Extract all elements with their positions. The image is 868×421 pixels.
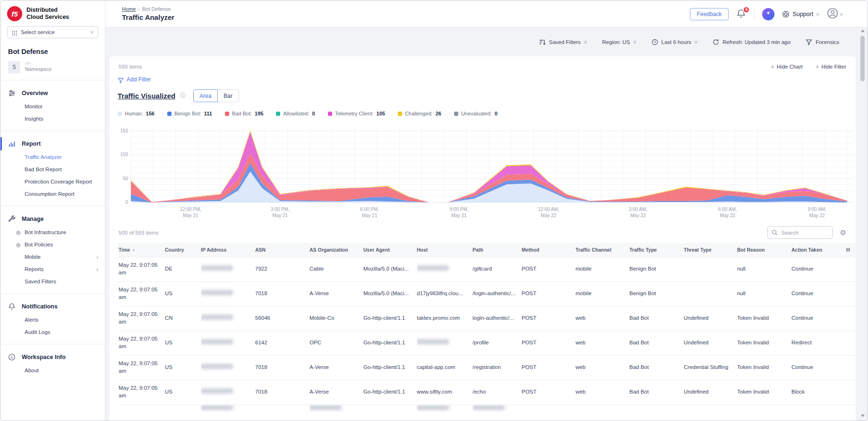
cell-bot-reason: null [737, 281, 791, 306]
brand-logo[interactable]: f5 Distributed Cloud Services [0, 0, 105, 25]
chart-mode-area-button[interactable]: Area [193, 89, 217, 102]
add-filter-button[interactable]: Add Filter [118, 76, 151, 83]
column-header-method[interactable]: Method [522, 243, 576, 257]
toolbar-forensics[interactable]: Forensics [806, 39, 839, 45]
column-header-h[interactable]: H [846, 243, 856, 257]
sidebar-section-overview[interactable]: Overview [0, 86, 105, 100]
target-icon: ◎ [16, 242, 21, 248]
namespace-label: Namespace [25, 66, 52, 72]
toolbar-saved-filters[interactable]: Saved Filters˅ [539, 39, 587, 45]
cell-as-organization: Mobile-Co [309, 306, 363, 331]
scroll-down-arrow-icon[interactable] [861, 414, 865, 417]
sidebar-item-saved-filters[interactable]: Saved Filters [0, 275, 105, 288]
sidebar-item-bad-bot-report[interactable]: Bad Bot Report [0, 163, 105, 175]
sidebar-item-traffic-analyzer[interactable]: Traffic Analyzer [0, 151, 105, 163]
section-label: Overview [22, 90, 48, 96]
sidebar-item-label: Protection Coverage Report [25, 179, 92, 184]
support-menu[interactable]: Support ˅ [782, 10, 819, 18]
info-icon[interactable]: ⓘ [180, 92, 186, 100]
table-row-partial[interactable] [118, 404, 856, 412]
refresh-icon [713, 39, 719, 45]
scrollbar-thumb[interactable] [860, 36, 865, 81]
column-header-user-agent[interactable]: User Agent [363, 243, 417, 257]
sidebar-item-label: Audit Logs [25, 329, 50, 335]
cell-method: POST [522, 306, 576, 331]
table-row[interactable]: May 22, 9:07:05 amCN56046Mobile-CoGo-htt… [118, 306, 856, 331]
table-row[interactable]: May 22, 9:07:05 amUS7018A-VerseMozilla/5… [118, 281, 856, 306]
sidebar-section-report[interactable]: Report [0, 137, 105, 151]
legend-telemetry-client[interactable]: Telemetry Client: 105 [328, 111, 385, 116]
sidebar-item-bot-infrastructure[interactable]: ◎Bot Infrastructure [0, 226, 105, 238]
legend-benign-bot[interactable]: Benign Bot: 111 [167, 111, 212, 116]
namespace-avatar: S [8, 61, 20, 73]
sort-icon[interactable]: ▲▼ [132, 249, 135, 252]
table-row[interactable]: May 22, 9:07:05 amDE7922CableMozilla/5.0… [118, 257, 856, 281]
select-service-dropdown[interactable]: Select service ˅ [7, 26, 98, 38]
column-header-time[interactable]: Time▲▼ [118, 243, 165, 257]
legend-allowlisted[interactable]: Allowlisted: 0 [276, 111, 315, 116]
column-header-country[interactable]: Country [165, 243, 201, 257]
svg-text:0: 0 [125, 200, 128, 205]
legend-bad-bot[interactable]: Bad Bot: 195 [225, 111, 264, 116]
sidebar-item-label: Reports [25, 266, 43, 272]
target-icon: ◎ [16, 229, 21, 236]
toolbar-region-us[interactable]: Region: US˅ [602, 39, 636, 45]
sidebar-section-manage[interactable]: Manage [0, 212, 105, 226]
ai-assistant-button[interactable] [762, 8, 774, 20]
column-header-path[interactable]: Path [473, 243, 522, 257]
cell-traffic-type: Bad Bot [629, 331, 684, 355]
column-header-ip-address[interactable]: IP Address [201, 243, 255, 257]
breadcrumb-home-link[interactable]: Home [122, 6, 136, 12]
column-header-traffic-type[interactable]: Traffic Type [629, 243, 684, 257]
sidebar-section-workspace-info[interactable]: Workspace Info [0, 350, 105, 364]
toolbar-refresh-updated-3-min-ago[interactable]: Refresh: Updated 3 min ago [713, 39, 791, 45]
column-header-bot-reason[interactable]: Bot Reason [737, 243, 791, 257]
cell-as-organization: A-Verse [309, 380, 363, 404]
cell-h [846, 355, 856, 380]
vertical-scrollbar[interactable] [859, 27, 866, 419]
sidebar-item-reports[interactable]: Reports› [0, 263, 105, 275]
table-row[interactable]: May 22, 9:07:05 amUS7018A-VerseGo-http-c… [118, 355, 856, 380]
chart-title[interactable]: Traffic Visualized [118, 92, 175, 100]
feedback-button[interactable]: Feedback [690, 8, 729, 20]
toolbar-last-6-hours[interactable]: Last 6 hours˅ [652, 39, 698, 45]
legend-challenged[interactable]: Challenged: 26 [398, 111, 441, 116]
sidebar-item-bot-policies[interactable]: ◎Bot Policies [0, 238, 105, 251]
account-menu[interactable]: ˅ [827, 8, 843, 21]
sidebar-item-mobile[interactable]: Mobile› [0, 251, 105, 263]
scroll-up-arrow-icon[interactable] [861, 29, 865, 32]
namespace-selector[interactable]: S Namespace [0, 56, 105, 80]
column-header-as-organization[interactable]: AS Organization [309, 243, 363, 257]
hide-chart-button[interactable]: ˄Hide Chart [771, 64, 803, 70]
table-row[interactable]: May 22, 9:07:05 amUS7018A-VerseGo-http-c… [118, 380, 856, 404]
sidebar-item-insights[interactable]: Insights [0, 113, 105, 125]
traffic-chart[interactable]: 05010015012:00 PM,May 213:00 PM,May 216:… [118, 123, 856, 225]
chart-mode-bar-button[interactable]: Bar [217, 89, 239, 102]
sidebar-item-alerts[interactable]: Alerts [0, 314, 105, 326]
hide-filter-button[interactable]: ˄Hide Filter [816, 64, 846, 70]
sidebar-section-notifications[interactable]: Notifications [0, 299, 105, 314]
legend-human[interactable]: Human: 156 [118, 111, 155, 116]
cell-ip-address [201, 331, 255, 355]
search-input[interactable] [781, 229, 828, 236]
cell-as-organization: OPC [309, 331, 363, 355]
legend-unevaluated[interactable]: Unevaluated: 0 [454, 111, 498, 116]
chevron-up-icon: ˄ [771, 64, 774, 70]
wrench-icon [8, 215, 16, 223]
cell-traffic-type: Bad Bot [629, 355, 684, 380]
gear-icon[interactable]: ⚙ [840, 228, 846, 237]
chevron-down-icon: ˅ [816, 11, 819, 17]
funnel-icon [806, 39, 812, 45]
sidebar-item-protection-coverage-report[interactable]: Protection Coverage Report [0, 175, 105, 188]
sidebar-item-audit-logs[interactable]: Audit Logs [0, 326, 105, 338]
sidebar-item-consumption-report[interactable]: Consumption Report [0, 188, 105, 200]
table-row[interactable]: May 22, 9:07:05 amUS6142OPCGo-http-clien… [118, 331, 856, 355]
column-header-host[interactable]: Host [417, 243, 473, 257]
column-header-traffic-channel[interactable]: Traffic Channel [576, 243, 629, 257]
column-header-threat-type[interactable]: Threat Type [684, 243, 737, 257]
column-header-action-taken[interactable]: Action Taken [791, 243, 846, 257]
sidebar-item-monitor[interactable]: Monitor [0, 100, 105, 113]
sidebar-item-about[interactable]: About [0, 364, 105, 377]
notifications-bell-icon[interactable]: 5 [736, 9, 747, 19]
column-header-asn[interactable]: ASN [255, 243, 309, 257]
